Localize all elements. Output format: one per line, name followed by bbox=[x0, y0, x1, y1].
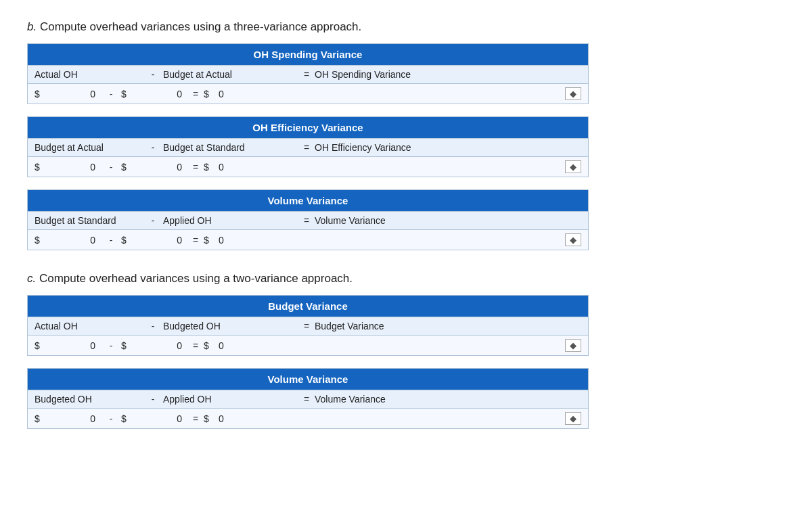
dollar-13: $ bbox=[35, 413, 47, 424]
dollar-7: $ bbox=[35, 235, 47, 246]
value-oh-spending: 0 bbox=[216, 89, 270, 99]
dollar-1: $ bbox=[35, 89, 47, 99]
label-budget-actual-2: Budget at Actual bbox=[35, 142, 143, 153]
budget-values: $ 0 - $ 0 = $ 0 ◆ bbox=[28, 335, 588, 355]
spinner-2[interactable]: ◆ bbox=[565, 160, 581, 173]
part-b-title: b. Compute overhead variances using a th… bbox=[27, 20, 785, 34]
label-applied-oh-c: Applied OH bbox=[163, 394, 298, 405]
op-minus-val-3: - bbox=[101, 235, 121, 246]
dollar-8: $ bbox=[121, 235, 133, 246]
label-applied-oh: Applied OH bbox=[163, 215, 298, 226]
oh-efficiency-header: OH Efficiency Variance bbox=[28, 117, 588, 138]
budget-variance-header: Budget Variance bbox=[28, 296, 588, 317]
label-actual-oh: Actual OH bbox=[35, 69, 143, 80]
spinner-1[interactable]: ◆ bbox=[565, 87, 581, 100]
dollar-3: $ bbox=[204, 89, 216, 99]
oh-efficiency-values: $ 0 - $ 0 = $ 0 ◆ bbox=[28, 156, 588, 177]
label-oh-spending-result: OH Spending Variance bbox=[315, 69, 450, 80]
dollar-14: $ bbox=[121, 413, 133, 424]
value-budget-actual: 0 bbox=[133, 89, 187, 99]
dollar-4: $ bbox=[35, 162, 47, 173]
label-budgeted-oh: Budgeted OH bbox=[163, 321, 298, 331]
equals-val-4: = bbox=[187, 340, 204, 351]
op-minus-2: - bbox=[143, 142, 163, 153]
op-minus-val-5: - bbox=[101, 413, 121, 424]
oh-spending-labels: Actual OH - Budget at Actual = OH Spendi… bbox=[28, 65, 588, 83]
op-minus-val-4: - bbox=[101, 340, 121, 351]
budget-labels: Actual OH - Budgeted OH = Budget Varianc… bbox=[28, 317, 588, 335]
part-c-title: c. Compute overhead variances using a tw… bbox=[27, 272, 785, 285]
value-volume-c: 0 bbox=[216, 413, 270, 424]
op-equals-3: = bbox=[298, 215, 315, 226]
label-oh-efficiency-result: OH Efficiency Variance bbox=[315, 142, 450, 153]
op-minus-val-2: - bbox=[101, 162, 121, 173]
volume-variance-b-header: Volume Variance bbox=[28, 190, 588, 211]
value-budgeted-oh-2: 0 bbox=[47, 413, 101, 424]
equals-val-2: = bbox=[187, 162, 204, 173]
budget-variance-block: Budget Variance Actual OH - Budgeted OH … bbox=[27, 295, 589, 356]
value-actual-oh: 0 bbox=[47, 89, 101, 99]
value-budget-actual-2: 0 bbox=[47, 162, 101, 173]
value-applied-oh-c: 0 bbox=[133, 413, 187, 424]
value-applied-oh: 0 bbox=[133, 235, 187, 246]
op-equals-4: = bbox=[298, 321, 315, 331]
equals-val-3: = bbox=[187, 235, 204, 246]
label-budget-at-actual: Budget at Actual bbox=[163, 69, 298, 80]
volume-variance-c-block: Volume Variance Budgeted OH - Applied OH… bbox=[27, 368, 589, 429]
oh-efficiency-labels: Budget at Actual - Budget at Standard = … bbox=[28, 138, 588, 156]
dollar-6: $ bbox=[204, 162, 216, 173]
op-minus-4: - bbox=[143, 321, 163, 331]
dollar-11: $ bbox=[121, 340, 133, 351]
oh-spending-block: OH Spending Variance Actual OH - Budget … bbox=[27, 43, 589, 104]
label-budget-result: Budget Variance bbox=[315, 321, 450, 331]
value-budgeted-oh: 0 bbox=[133, 340, 187, 351]
dollar-9: $ bbox=[204, 235, 216, 246]
dollar-15: $ bbox=[204, 413, 216, 424]
oh-spending-values: $ 0 - $ 0 = $ 0 ◆ bbox=[28, 83, 588, 104]
op-equals-1: = bbox=[298, 69, 315, 80]
volume-b-labels: Budget at Standard - Applied OH = Volume… bbox=[28, 211, 588, 229]
value-budget-standard: 0 bbox=[133, 162, 187, 173]
value-oh-efficiency: 0 bbox=[216, 162, 270, 173]
label-volume-result: Volume Variance bbox=[315, 215, 450, 226]
part-c-section: c. Compute overhead variances using a tw… bbox=[27, 272, 785, 429]
op-minus-3: - bbox=[143, 215, 163, 226]
label-actual-oh-c: Actual OH bbox=[35, 321, 143, 331]
label-volume-c-result: Volume Variance bbox=[315, 394, 450, 405]
volume-c-labels: Budgeted OH - Applied OH = Volume Varian… bbox=[28, 390, 588, 408]
dollar-12: $ bbox=[204, 340, 216, 351]
op-equals-2: = bbox=[298, 142, 315, 153]
value-volume-b: 0 bbox=[216, 235, 270, 246]
spinner-5[interactable]: ◆ bbox=[565, 412, 581, 425]
volume-variance-c-header: Volume Variance bbox=[28, 369, 588, 390]
label-budget-standard-2: Budget at Standard bbox=[35, 215, 143, 226]
volume-c-values: $ 0 - $ 0 = $ 0 ◆ bbox=[28, 408, 588, 428]
value-actual-oh-c: 0 bbox=[47, 340, 101, 351]
value-budget-standard-2: 0 bbox=[47, 235, 101, 246]
spinner-3[interactable]: ◆ bbox=[565, 233, 581, 246]
dollar-2: $ bbox=[121, 89, 133, 99]
spinner-4[interactable]: ◆ bbox=[565, 339, 581, 352]
op-minus-5: - bbox=[143, 394, 163, 405]
oh-efficiency-block: OH Efficiency Variance Budget at Actual … bbox=[27, 116, 589, 177]
part-b-section: b. Compute overhead variances using a th… bbox=[27, 20, 785, 250]
dollar-10: $ bbox=[35, 340, 47, 351]
volume-variance-b-block: Volume Variance Budget at Standard - App… bbox=[27, 189, 589, 250]
dollar-5: $ bbox=[121, 162, 133, 173]
label-budget-standard: Budget at Standard bbox=[163, 142, 298, 153]
op-minus-1: - bbox=[143, 69, 163, 80]
op-equals-5: = bbox=[298, 394, 315, 405]
oh-spending-header: OH Spending Variance bbox=[28, 44, 588, 65]
value-budget: 0 bbox=[216, 340, 270, 351]
volume-b-values: $ 0 - $ 0 = $ 0 ◆ bbox=[28, 229, 588, 250]
label-budgeted-oh-2: Budgeted OH bbox=[35, 394, 143, 405]
op-minus-val-1: - bbox=[101, 89, 121, 99]
equals-val-5: = bbox=[187, 413, 204, 424]
equals-val-1: = bbox=[187, 89, 204, 99]
